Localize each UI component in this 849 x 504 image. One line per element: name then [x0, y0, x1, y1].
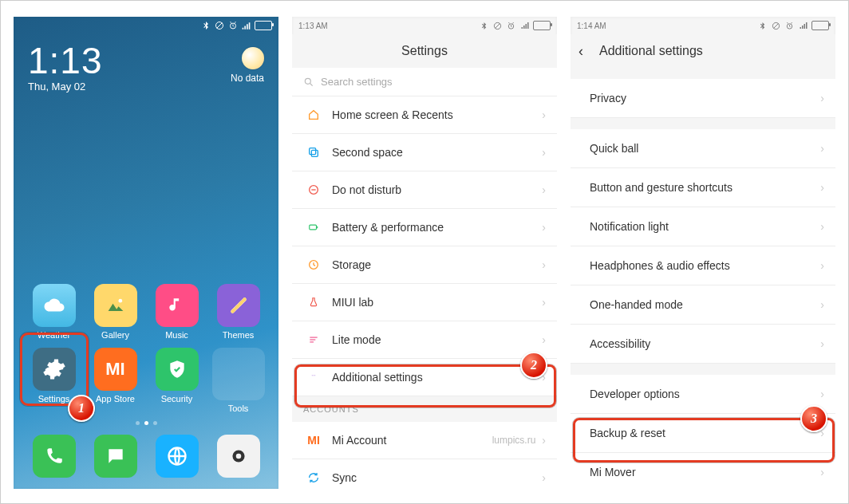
item-home-screen[interactable]: Home screen & Recents ›	[292, 96, 557, 134]
additional-settings-list[interactable]: Privacy› Quick ball› Button and gesture …	[571, 79, 835, 489]
item-storage[interactable]: Storage ›	[292, 246, 557, 284]
item-second-space[interactable]: Second space ›	[292, 134, 557, 171]
app-label: Weather	[38, 330, 70, 340]
chevron-right-icon: ›	[820, 298, 824, 311]
item-label: Notification light	[590, 220, 820, 233]
item-label: Headphones & audio effects	[590, 259, 820, 272]
item-notification-light[interactable]: Notification light›	[571, 207, 835, 246]
alarm-icon	[784, 21, 795, 31]
dock-camera[interactable]	[217, 435, 260, 478]
item-label: Additional settings	[332, 371, 542, 384]
app-security[interactable]: Security	[148, 348, 206, 413]
item-label: Mi Account	[332, 434, 492, 447]
chevron-right-icon: ›	[820, 337, 824, 350]
battery-icon	[533, 21, 551, 30]
chevron-right-icon: ›	[542, 146, 546, 159]
svg-rect-16	[310, 225, 317, 230]
dock-browser[interactable]	[156, 435, 199, 478]
item-mi-mover[interactable]: Mi Mover›	[571, 453, 835, 489]
svg-point-10	[305, 78, 310, 84]
mi-icon: MI	[303, 434, 324, 447]
search-settings[interactable]: Search settings	[292, 68, 557, 96]
title-text: Additional settings	[599, 44, 703, 58]
item-backup-reset[interactable]: Backup & reset›	[571, 414, 835, 453]
item-accessibility[interactable]: Accessibility›	[571, 325, 835, 364]
item-privacy[interactable]: Privacy›	[571, 79, 835, 118]
item-battery[interactable]: Battery & performance ›	[292, 209, 557, 246]
chevron-right-icon: ›	[820, 466, 824, 478]
item-label: Home screen & Recents	[332, 108, 542, 121]
back-button[interactable]: ‹	[579, 43, 583, 60]
item-label: Backup & reset	[590, 427, 820, 439]
chevron-right-icon: ›	[542, 296, 546, 309]
app-gallery[interactable]: Gallery	[86, 284, 144, 340]
sync-icon	[303, 471, 324, 484]
second-space-icon	[303, 146, 324, 159]
item-lite-mode[interactable]: Lite mode ›	[292, 321, 557, 359]
item-one-handed[interactable]: One-handed mode›	[571, 285, 835, 325]
svg-line-1	[216, 23, 222, 29]
app-label: Music	[165, 330, 188, 340]
clock-time: 1:13	[28, 42, 103, 79]
item-label: Second space	[332, 146, 542, 159]
weather-icon	[242, 47, 264, 69]
apps-row-1: Weather Gallery Music Themes	[14, 284, 278, 340]
status-bar: 1:14 AM	[571, 17, 835, 34]
tools-folder-icon	[212, 348, 265, 400]
dock-phone[interactable]	[33, 435, 76, 478]
item-label: Developer options	[590, 388, 820, 400]
app-tools-folder[interactable]: Tools	[209, 348, 267, 413]
chevron-right-icon: ›	[542, 221, 546, 234]
item-label: Accessibility	[590, 337, 820, 350]
item-additional-settings[interactable]: Additional settings ›	[292, 359, 557, 396]
app-weather[interactable]: Weather	[25, 284, 83, 340]
additional-settings-title: ‹ Additional settings	[571, 34, 835, 68]
svg-point-22	[312, 375, 313, 376]
svg-point-3	[118, 299, 122, 303]
phone-settings-screen: 1:13 AM Settings Search settings Home sc…	[292, 17, 557, 489]
highlight-badge-3: 3	[800, 405, 827, 432]
themes-app-icon	[217, 284, 260, 327]
status-time: 1:14 AM	[577, 22, 606, 30]
status-time: 1:13 AM	[298, 22, 328, 30]
app-label: Gallery	[101, 330, 129, 340]
phone-additional-settings: 1:14 AM ‹ Additional settings Privacy› Q…	[571, 17, 835, 489]
battery-item-icon	[303, 222, 324, 233]
app-label: Security	[161, 394, 193, 404]
item-developer-options[interactable]: Developer options›	[571, 375, 835, 414]
appstore-app-icon: MI	[94, 348, 137, 391]
dnd-item-icon	[303, 183, 324, 196]
item-quick-ball[interactable]: Quick ball›	[571, 129, 835, 168]
item-label: Privacy	[590, 92, 820, 104]
svg-line-26	[773, 23, 778, 28]
item-headphones[interactable]: Headphones & audio effects›	[571, 246, 835, 285]
dock-messages[interactable]	[94, 435, 137, 478]
chevron-right-icon: ›	[820, 220, 824, 233]
bluetooth-icon	[757, 21, 768, 31]
chevron-right-icon: ›	[542, 183, 546, 196]
item-label: Do not disturb	[332, 183, 542, 196]
app-appstore[interactable]: MI App Store	[86, 348, 144, 413]
item-miui-lab[interactable]: MIUI lab ›	[292, 284, 557, 321]
app-music[interactable]: Music	[148, 284, 206, 340]
storage-icon	[303, 258, 324, 271]
chevron-right-icon: ›	[820, 259, 824, 272]
weather-widget[interactable]: No data	[231, 42, 264, 84]
dnd-icon	[771, 21, 781, 31]
item-button-gesture[interactable]: Button and gesture shortcuts›	[571, 168, 835, 207]
signal-icon	[241, 21, 251, 31]
search-icon	[303, 77, 314, 88]
item-label: Storage	[332, 258, 542, 271]
item-mi-account[interactable]: MI Mi Account lumpics.ru ›	[292, 422, 557, 459]
mi-account-value: lumpics.ru	[492, 435, 536, 446]
item-label: Mi Mover	[590, 466, 820, 478]
svg-line-11	[310, 83, 313, 85]
item-sync[interactable]: Sync ›	[292, 459, 557, 489]
bluetooth-icon	[479, 21, 489, 31]
settings-list[interactable]: Home screen & Recents › Second space › D…	[292, 96, 557, 489]
battery-icon	[811, 21, 829, 30]
weather-status: No data	[231, 73, 264, 84]
phone-home-screen: 1:13 Thu, May 02 No data Weather Gallery…	[14, 17, 278, 489]
app-themes[interactable]: Themes	[209, 284, 267, 340]
item-dnd[interactable]: Do not disturb ›	[292, 171, 557, 209]
